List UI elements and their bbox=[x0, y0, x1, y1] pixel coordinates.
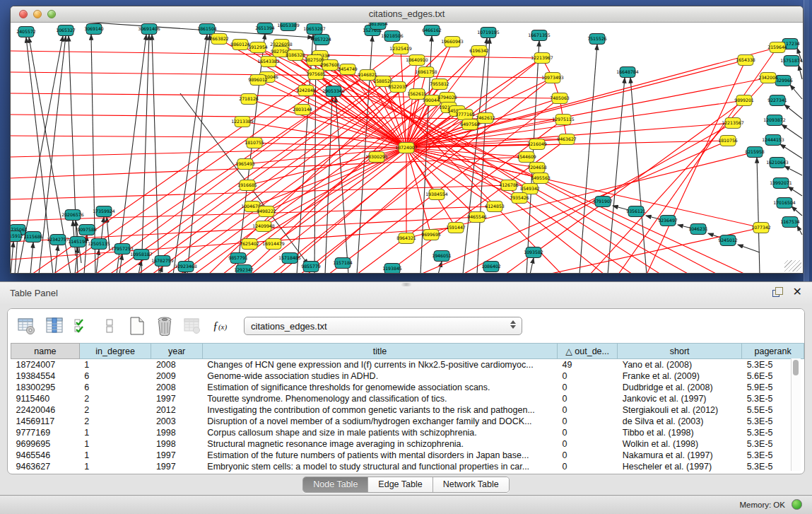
graph-node[interactable]: 5912954 bbox=[248, 42, 268, 53]
table-cell[interactable]: 22420046 bbox=[11, 404, 80, 416]
graph-node[interactable]: 12213389 bbox=[231, 117, 254, 127]
graph-node[interactable]: 1046231 bbox=[688, 224, 708, 235]
table-cell[interactable]: 0 bbox=[557, 393, 617, 404]
table-cell[interactable]: Genome-wide association studies in ADHD. bbox=[202, 370, 557, 382]
table-cell[interactable]: Jankovic et al. (1997) bbox=[618, 393, 742, 404]
table-cell[interactable]: 2008 bbox=[151, 382, 202, 393]
graph-node[interactable]: 17359924 bbox=[93, 206, 115, 217]
table-row[interactable]: 1872400712008Changes of HCN gene express… bbox=[11, 359, 804, 371]
graph-node[interactable]: 29053346 bbox=[322, 86, 345, 97]
graph-node[interactable]: 12505135 bbox=[88, 239, 110, 250]
graph-node[interactable]: 13992071 bbox=[770, 178, 792, 189]
graph-node[interactable]: 1544609 bbox=[517, 152, 536, 163]
table-cell[interactable]: 0 bbox=[557, 404, 617, 416]
graph-node[interactable]: 1157184 bbox=[333, 258, 353, 269]
network-canvas[interactable]: 2405572106532730691403069140618615042651… bbox=[11, 23, 803, 273]
graph-node[interactable]: 12342757 bbox=[47, 235, 69, 245]
network-window[interactable]: citations_edges.txt 24055721065327306914… bbox=[10, 6, 804, 274]
graph-node[interactable]: 7857224 bbox=[312, 35, 331, 45]
new-table-icon[interactable] bbox=[126, 315, 148, 337]
select-all-check-button[interactable] bbox=[71, 315, 93, 337]
table-selector-dropdown[interactable]: citations_edges.txt bbox=[244, 317, 522, 335]
graph-node[interactable]: 8522037 bbox=[388, 82, 408, 93]
table-cell[interactable]: 49 bbox=[557, 359, 617, 371]
graph-node[interactable]: 12325419 bbox=[389, 44, 412, 54]
table-cell[interactable]: 1998 bbox=[151, 427, 202, 438]
graph-node[interactable]: 1861504 bbox=[197, 24, 217, 35]
table-scrollbar[interactable] bbox=[791, 358, 801, 471]
table-cell[interactable]: 0 bbox=[557, 382, 617, 393]
table-cell[interactable]: 0 bbox=[557, 438, 617, 450]
table-cell[interactable]: 2009 bbox=[151, 370, 202, 382]
graph-node[interactable]: 3975685 bbox=[306, 69, 326, 80]
graph-node[interactable]: 6466162 bbox=[422, 25, 442, 36]
table-row[interactable]: 946554611997Estimation of the future num… bbox=[11, 450, 804, 461]
graph-node[interactable]: 12213567 bbox=[722, 118, 744, 129]
table-cell[interactable]: Investigating the contribution of common… bbox=[202, 404, 557, 416]
table-cell[interactable]: 6 bbox=[79, 382, 151, 393]
graph-node[interactable]: 1965493 bbox=[235, 159, 255, 170]
table-cell[interactable]: Changes of HCN gene expression and I(f) … bbox=[202, 359, 557, 371]
graph-node[interactable]: 12213967 bbox=[531, 53, 553, 64]
table-cell[interactable]: Dudbridge et al. (2008) bbox=[618, 382, 742, 393]
tab-node-table[interactable]: Node Table bbox=[303, 477, 368, 492]
table-cell[interactable]: 2 bbox=[79, 393, 151, 404]
graph-node[interactable]: 7515526 bbox=[587, 34, 607, 45]
column-header-short[interactable]: short bbox=[618, 344, 742, 359]
graph-node[interactable]: 12923468 bbox=[175, 262, 197, 272]
graph-node[interactable]: 7204658 bbox=[527, 163, 547, 173]
graph-node[interactable]: 2159644 bbox=[767, 42, 787, 53]
graph-node-hub[interactable]: 18724007 bbox=[395, 143, 418, 153]
graph-node[interactable]: 6791907 bbox=[593, 197, 613, 207]
table-cell[interactable]: 1 bbox=[79, 359, 151, 371]
table-cell[interactable]: 1 bbox=[79, 427, 151, 438]
graph-node[interactable]: 12409948 bbox=[252, 221, 275, 232]
table-row[interactable]: 1456911722003Disruption of a novel membe… bbox=[11, 416, 804, 427]
table-cell[interactable]: de Silva et al. (2003) bbox=[618, 416, 742, 427]
table-row[interactable]: 946362711997Embryonic stem cells: a mode… bbox=[11, 461, 804, 472]
window-resize-grip[interactable] bbox=[784, 260, 801, 271]
table-cell[interactable]: Tibbo et al. (1998) bbox=[618, 427, 742, 438]
column-header-out_de[interactable]: △ out_de... bbox=[557, 344, 617, 359]
delete-table-icon[interactable] bbox=[154, 315, 175, 337]
graph-node[interactable]: 9498222 bbox=[257, 206, 276, 217]
table-cell[interactable]: 1997 bbox=[151, 450, 202, 461]
graph-node[interactable]: 4126786 bbox=[499, 180, 519, 191]
table-cell[interactable]: 1 bbox=[79, 461, 151, 472]
graph-node[interactable]: 7663822 bbox=[209, 34, 229, 45]
scrollbar-thumb[interactable] bbox=[793, 360, 799, 375]
graph-node[interactable]: 8215958 bbox=[745, 147, 765, 158]
graph-node[interactable]: 6497568 bbox=[460, 119, 480, 130]
table-cell[interactable]: Structural magnetic resonance image aver… bbox=[202, 438, 557, 450]
graph-node[interactable]: 8454749 bbox=[338, 64, 358, 75]
table-row[interactable]: 2242004622012Investigating the contribut… bbox=[11, 404, 804, 416]
graph-node[interactable]: 7485063 bbox=[550, 93, 570, 104]
graph-node[interactable]: 2803144 bbox=[293, 105, 312, 115]
table-cell[interactable]: Wolkin et al. (1998) bbox=[618, 438, 742, 450]
graph-node[interactable]: 1591447 bbox=[446, 223, 466, 233]
table-cell[interactable]: 14569117 bbox=[11, 416, 80, 427]
graph-node[interactable]: 9463627 bbox=[557, 134, 577, 145]
splitter-handle[interactable] bbox=[401, 283, 411, 286]
table-cell[interactable]: 0 bbox=[557, 416, 617, 427]
table-cell[interactable]: Yano et al. (2008) bbox=[618, 359, 742, 371]
graph-node[interactable]: 9356121 bbox=[626, 206, 646, 217]
graph-node[interactable]: 1086402 bbox=[481, 262, 501, 272]
table-row[interactable]: 1830029562008Estimation of significance … bbox=[11, 382, 804, 393]
graph-node[interactable]: 3216049 bbox=[527, 139, 547, 150]
table-cell[interactable]: Corpus callosum shape and size in male p… bbox=[202, 427, 557, 438]
graph-node[interactable]: 12975115 bbox=[552, 115, 575, 125]
graph-node[interactable]: 16671355 bbox=[528, 30, 551, 41]
graph-node[interactable]: 19384554 bbox=[425, 189, 448, 200]
table-cell[interactable]: 2003 bbox=[151, 416, 202, 427]
table-cell[interactable]: Hescheler et al. (1997) bbox=[618, 461, 742, 472]
graph-node[interactable]: 9857791 bbox=[228, 253, 248, 264]
table-cell[interactable]: 18724007 bbox=[11, 359, 80, 371]
table-cell[interactable]: 2 bbox=[79, 416, 151, 427]
select-column-button[interactable] bbox=[44, 315, 65, 337]
graph-node[interactable]: 16782759 bbox=[151, 256, 174, 267]
graph-node[interactable]: 9899201 bbox=[734, 95, 754, 106]
graph-node[interactable]: 15718485 bbox=[278, 253, 301, 264]
graph-node[interactable]: 17016504 bbox=[773, 198, 796, 209]
table-cell[interactable]: Tourette syndrome. Phenomenology and cla… bbox=[202, 393, 557, 404]
